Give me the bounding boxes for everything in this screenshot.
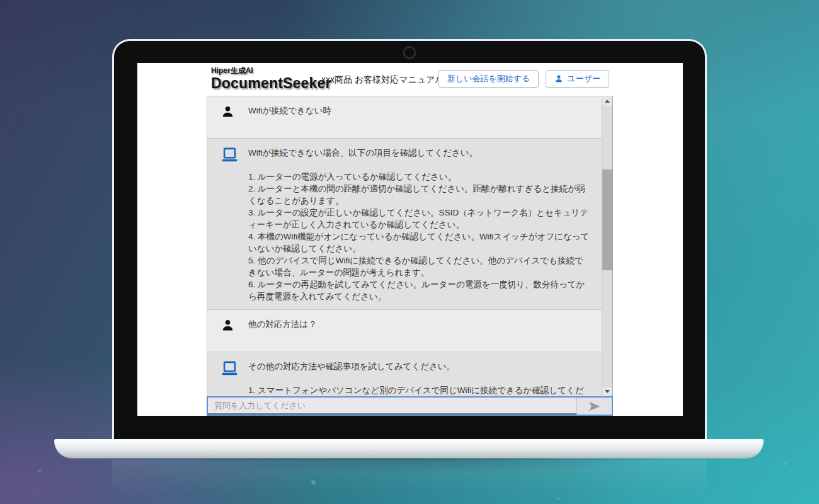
- triangle-down-icon: [605, 390, 610, 393]
- bot-avatar: [221, 360, 238, 397]
- bot-icon: [221, 147, 238, 163]
- document-subtitle: xxx商品 お客様対応マニュアル: [321, 74, 444, 86]
- chat-message-user: 他の対応方法は？: [207, 310, 612, 352]
- new-conversation-button[interactable]: 新しい会話を開始する: [438, 70, 539, 88]
- chat-message-bot: その他の対応方法や確認事項を試してみてください。1. スマートフォンやパソコンな…: [207, 352, 612, 397]
- laptop-reflection: [112, 460, 707, 495]
- background-dot: [783, 462, 787, 466]
- scrollbar-thumb[interactable]: [602, 169, 612, 270]
- user-menu-button[interactable]: ユーザー: [546, 70, 609, 88]
- app-window: Hiper生成AI DocumentSeeker xxx商品 お客様対応マニュア…: [137, 63, 683, 416]
- webcam-icon: [403, 46, 416, 59]
- question-input[interactable]: [208, 398, 576, 415]
- step-line: 2. ルーターと本機の間の距離が適切か確認してください。距離が離れすぎると接続が…: [248, 183, 590, 207]
- app-header: Hiper生成AI DocumentSeeker xxx商品 お客様対応マニュア…: [137, 63, 683, 96]
- bot-icon: [221, 361, 238, 376]
- chat-message-list: Wifiが接続できない時Wifiが接続できない場合、以下の項目を確認してください…: [207, 96, 612, 397]
- triangle-up-icon: [605, 100, 610, 103]
- chat-history[interactable]: Wifiが接続できない時Wifiが接続できない場合、以下の項目を確認してください…: [207, 96, 613, 397]
- bot-avatar: [221, 147, 238, 302]
- message-text: Wifiが接続できない時: [248, 105, 590, 117]
- background-dot: [557, 497, 560, 500]
- background-dot: [38, 469, 41, 472]
- user-avatar: [221, 318, 238, 343]
- step-line: 1. ルーターの電源が入っているか確認してください。: [248, 171, 590, 183]
- scroll-up-button[interactable]: [602, 96, 612, 106]
- user-avatar: [221, 105, 238, 130]
- step-line: 1. スマートフォンやパソコンなど別のデバイスで同じWifiに接続できるか確認し…: [248, 384, 590, 397]
- message-text: その他の対応方法や確認事項を試してみてください。: [248, 360, 590, 372]
- user-icon: [221, 105, 234, 118]
- send-button[interactable]: [576, 398, 612, 415]
- message-text: 他の対応方法は？: [248, 318, 590, 330]
- chat-message-bot: Wifiが接続できない場合、以下の項目を確認してください。1. ルーターの電源が…: [207, 138, 612, 310]
- user-icon: [554, 74, 563, 83]
- app-title: DocumentSeeker: [211, 75, 331, 92]
- laptop-base: [54, 439, 764, 458]
- send-icon: [588, 401, 601, 411]
- chat-message-user: Wifiが接続できない時: [207, 96, 612, 138]
- step-line: 6. ルーターの再起動を試してみてください。ルーターの電源を一度切り、数分待って…: [248, 278, 590, 302]
- step-line: 3. ルーターの設定が正しいか確認してください。SSID（ネットワーク名）とセキ…: [248, 207, 590, 231]
- step-line: 5. 他のデバイスで同じWifiに接続できるか確認してください。他のデバイスでも…: [248, 255, 590, 278]
- user-menu-label: ユーザー: [567, 73, 600, 84]
- new-conversation-label: 新しい会話を開始する: [447, 73, 530, 84]
- message-text: Wifiが接続できない場合、以下の項目を確認してください。: [248, 147, 590, 159]
- user-icon: [221, 319, 234, 332]
- brand-logo: Hiper生成AI DocumentSeeker: [211, 66, 331, 92]
- step-line: 4. 本機のWifi機能がオンになっているか確認してください。Wifiスイッチが…: [248, 231, 590, 255]
- question-composer: [207, 396, 613, 416]
- scroll-down-button[interactable]: [602, 387, 612, 396]
- message-steps: 1. ルーターの電源が入っているか確認してください。2. ルーターと本機の間の距…: [248, 171, 590, 302]
- chat-scrollbar[interactable]: [602, 96, 612, 396]
- header-buttons: 新しい会話を開始する ユーザー: [438, 70, 609, 88]
- message-steps: 1. スマートフォンやパソコンなど別のデバイスで同じWifiに接続できるか確認し…: [248, 384, 590, 397]
